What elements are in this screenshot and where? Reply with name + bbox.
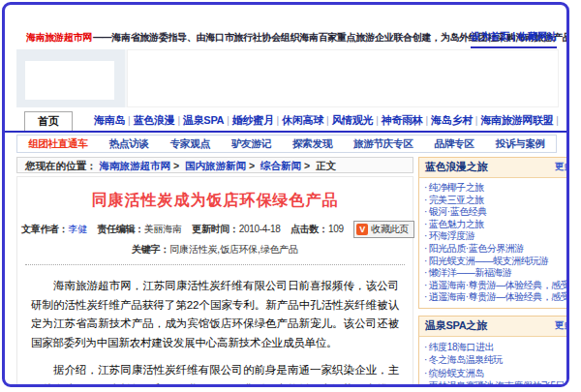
set-home-link[interactable]: 设为首页 <box>471 31 509 42</box>
sidebar-box-spa: 温泉SPA之旅 更多>> ·纬度18海口进出 ·冬之海岛温泉纯玩 ·缤纷蜈支洲岛… <box>418 316 569 387</box>
subnav-item-tousu[interactable]: 投诉与案例 <box>496 137 545 151</box>
sidebar-link[interactable]: ·缤纷蜈支洲岛 <box>424 367 569 380</box>
sidebar-link-label: 逍遥海南·尊贵游—体验经典，感受尊贵 <box>429 291 569 302</box>
subnav-item-zhuanjia[interactable]: 专家观点 <box>170 137 210 151</box>
keywords-value: 同康活性炭,饭店环保,绿色产品 <box>169 244 298 255</box>
bullet-icon: · <box>424 380 427 387</box>
nav-separator: | <box>376 115 379 126</box>
nav-item-shenqi[interactable]: 神奇雨林 <box>382 113 423 128</box>
sidebar-link[interactable]: ·蓝色魅力之旅 <box>424 219 569 231</box>
bullet-icon: · <box>424 195 427 205</box>
nav-item-xiuxian[interactable]: 休闲高球 <box>282 113 323 128</box>
sidebar-link[interactable]: ·逍遥海南·尊贵游—体验经典，感受尊贵 <box>424 291 569 304</box>
bullet-icon: · <box>424 354 427 365</box>
banner-left-placeholder <box>16 49 125 107</box>
article-body: 海南旅游超市网，江苏同康活性炭纤维有限公司日前喜报频传，该公司研制的活性炭纤维产… <box>17 265 413 387</box>
sidebar-link-list: ·纯净椰子之旅 ·完美三亚之旅 ·银河·蓝色经典 ·蓝色魅力之旅 ·环海浮度游 … <box>419 178 569 308</box>
updated-label: 更新时间： <box>192 224 239 234</box>
sidebar-link[interactable]: ·阳光蜈支洲——蜈支洲纯玩游 <box>424 256 569 268</box>
author-label: 文章作者： <box>21 224 69 234</box>
clicks-label: 点击数： <box>290 224 328 234</box>
sub-nav: 组团社直通车 热点访谈 专家观点 驴友游记 探索发现 旅游节庆专区 品牌专区 投… <box>16 135 557 153</box>
site-name: 海南旅游超市网 <box>26 32 92 43</box>
sidebar-link[interactable]: ·雨林温泉赛璞池 海南度假放飞5日 <box>424 379 569 387</box>
sidebar-box-title: 温泉SPA之旅 <box>425 318 487 333</box>
favorite-icon: V <box>356 224 368 235</box>
more-link[interactable]: 更多>> <box>555 161 569 173</box>
keywords-label: 关键字： <box>132 244 169 255</box>
subnav-item-zutuanshe[interactable]: 组团社直通车 <box>28 137 87 151</box>
clicks-field: 点击数：109 <box>290 224 344 234</box>
sidebar-link-label: 阳光品质·蓝色分界洲游 <box>429 243 524 254</box>
sidebar-link[interactable]: ·懒洋洋——新福海游 <box>424 267 569 280</box>
article-paragraph: 海南旅游超市网，江苏同康活性炭纤维有限公司日前喜报频传，该公司研制的活性炭纤维产… <box>31 277 399 352</box>
nav-separator: | <box>128 115 131 126</box>
breadcrumb-link-zonghe[interactable]: 综合新闻 <box>260 160 301 171</box>
sidebar-link[interactable]: ·阳光品质·蓝色分界洲游 <box>424 243 569 256</box>
sidebar-link[interactable]: ·银河·蓝色经典 <box>424 206 569 219</box>
sidebar-link-label: 逍遥海南·尊贵游—体验经典，感受尊贵 <box>429 280 569 290</box>
favorite-page-label: 收藏此页 <box>371 223 409 236</box>
bullet-icon: · <box>424 368 427 378</box>
article-title: 同康活性炭成为饭店环保绿色产品 <box>17 191 413 211</box>
nav-item-haidao[interactable]: 海岛乡村 <box>431 113 473 128</box>
more-link[interactable]: 更多>> <box>555 319 569 332</box>
updated-value: 2010-4-18 <box>239 224 281 234</box>
subnav-item-tansuo[interactable]: 探索发现 <box>292 137 332 151</box>
sidebar-box-blue-romance: 蓝色浪漫之旅 更多>> ·纯净椰子之旅 ·完美三亚之旅 ·银河·蓝色经典 ·蓝色… <box>418 157 569 309</box>
bullet-icon: · <box>424 280 427 290</box>
nav-separator: | <box>556 115 559 126</box>
article-keywords: 关键字：同康活性炭,饭店环保,绿色产品 <box>17 243 413 256</box>
subnav-item-redian[interactable]: 热点访谈 <box>109 137 149 151</box>
breadcrumb-link-home[interactable]: 海南旅游超市网 <box>99 160 170 171</box>
subnav-item-lvyou[interactable]: 驴友游记 <box>231 137 271 151</box>
nav-separator: | <box>475 115 478 126</box>
nav-separator: | <box>326 115 329 126</box>
sidebar-link[interactable]: ·环海浮度游 <box>424 230 569 243</box>
header-links: 设为首页|收藏网站 <box>471 30 557 48</box>
sidebar: 蓝色浪漫之旅 更多>> ·纯净椰子之旅 ·完美三亚之旅 ·银河·蓝色经典 ·蓝色… <box>418 157 569 387</box>
breadcrumb-separator: > <box>249 160 255 171</box>
article: 同康活性炭成为饭店环保绿色产品 文章作者：李健 责任编辑：美丽海南 更新时间：2… <box>16 176 413 387</box>
author-field: 文章作者：李健 <box>21 224 87 234</box>
favorite-page-button[interactable]: V收藏此页 <box>353 221 414 238</box>
sidebar-link[interactable]: ·纯净椰子之旅 <box>424 182 569 195</box>
favorite-site-link[interactable]: 收藏网站 <box>518 31 557 42</box>
breadcrumb: 您现在的位置： 海南旅游超市网> 国内旅游新闻> 综合新闻> 正文 <box>16 157 413 173</box>
sidebar-link[interactable]: ·纬度18海口进出 <box>424 341 569 354</box>
nav-item-hainandao[interactable]: 海南岛 <box>94 113 125 128</box>
author-link[interactable]: 李健 <box>69 224 87 234</box>
breadcrumb-link-news[interactable]: 国内旅游新闻 <box>185 160 246 171</box>
nav-separator: | <box>426 115 429 126</box>
article-meta: 文章作者：李健 责任编辑：美丽海南 更新时间：2010-4-18 点击数：109… <box>17 221 413 238</box>
bullet-icon: · <box>424 206 427 217</box>
nav-item-fengqing[interactable]: 风情观光 <box>331 113 373 128</box>
sidebar-link[interactable]: ·逍遥海南·尊贵游—体验经典，感受尊贵 <box>424 280 569 292</box>
bullet-icon: · <box>424 219 427 229</box>
nav-item-wenquanspa[interactable]: 温泉SPA <box>183 113 224 128</box>
breadcrumb-separator: > <box>304 160 310 171</box>
subnav-item-jieqing[interactable]: 旅游节庆专区 <box>353 137 413 151</box>
bullet-icon: · <box>424 182 427 193</box>
sidebar-box-title: 蓝色浪漫之旅 <box>425 160 487 174</box>
banner-main-placeholder <box>127 49 559 107</box>
nav-separator: | <box>277 115 280 126</box>
sidebar-link[interactable]: ·冬之海岛温泉纯玩 <box>424 353 569 367</box>
updated-field: 更新时间：2010-4-18 <box>192 224 280 234</box>
clicks-value: 109 <box>328 224 344 234</box>
bullet-icon: · <box>424 342 427 352</box>
site-header: 海南旅游超市网——海南省旅游委指导、由海口市旅行社协会组织海南百家重点旅游企业联… <box>5 5 566 47</box>
bullet-icon: · <box>424 256 427 266</box>
bullet-icon: · <box>424 230 427 241</box>
nav-item-lianmeng[interactable]: 海南旅游网联盟 <box>480 113 553 128</box>
subnav-item-pinpai[interactable]: 品牌专区 <box>435 137 474 151</box>
article-paragraph: 据介绍，江苏同康活性炭纤维有限公司的前身是南通一家织染企业，主要从事纺织品的来料… <box>31 361 399 387</box>
nav-item-lansilangman[interactable]: 蓝色浪漫 <box>134 113 175 128</box>
tab-home[interactable]: 首页 <box>24 111 73 131</box>
sidebar-link-label: 环海浮度游 <box>429 230 475 241</box>
main-nav: 首页 海南岛| 蓝色浪漫| 温泉SPA| 婚纱蜜月| 休闲高球| 风情观光| 神… <box>5 111 566 133</box>
sidebar-link[interactable]: ·完美三亚之旅 <box>424 195 569 207</box>
nav-item-hunsha[interactable]: 婚纱蜜月 <box>232 113 274 128</box>
article-column: 您现在的位置： 海南旅游超市网> 国内旅游新闻> 综合新闻> 正文 同康活性炭成… <box>16 157 413 387</box>
editor-label: 责任编辑： <box>97 224 144 234</box>
